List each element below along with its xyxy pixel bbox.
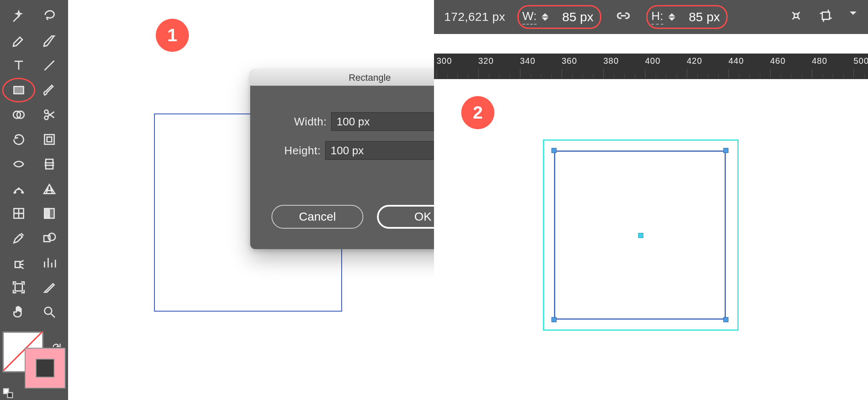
svg-rect-7 [46,159,53,169]
canvas-area-1[interactable]: 1 Rectangle Width: Height: [68,0,434,400]
ruler-label: 360 [562,56,577,66]
stroke-swatch[interactable] [25,348,66,389]
shape-builder-tool[interactable] [3,104,34,126]
h-label: H: [651,9,663,25]
tools-panel [0,0,68,400]
panel-step-1: 1 Rectangle Width: Height: [0,0,434,400]
link-wh-icon[interactable] [616,8,631,26]
crop-icon[interactable] [819,9,833,26]
hand-tool[interactable] [3,301,34,323]
width-label: Width: [280,115,331,128]
width-input[interactable] [331,112,445,131]
ruler-label: 500 [854,56,868,66]
svg-rect-6 [47,137,51,142]
column-graph-tool[interactable] [34,252,65,274]
svg-rect-21 [794,14,798,17]
ruler-label: 480 [812,56,827,66]
puppet-warp-tool[interactable] [3,178,34,200]
w-stepper[interactable] [542,10,552,24]
selection-center-icon [638,233,643,238]
ruler-label: 320 [478,56,494,66]
step-badge-1: 1 [156,19,189,52]
ruler-label: 460 [770,56,785,66]
handle-top-right[interactable] [723,148,728,153]
symbol-sprayer-tool[interactable] [3,252,34,274]
default-colors-icon[interactable] [3,388,14,400]
rectangle-tool[interactable] [3,79,34,101]
curvature-tool[interactable] [34,30,65,52]
paintbrush-tool[interactable] [34,79,65,101]
step-badge-2: 2 [461,96,494,129]
gradient-tool[interactable] [34,202,65,224]
w-label: W: [523,9,537,25]
h-value[interactable]: 85 px [684,10,720,24]
mesh-tool[interactable] [3,202,34,224]
svg-point-15 [48,233,55,241]
h-stepper[interactable] [668,10,679,24]
align-to-pixel-icon[interactable] [789,9,803,26]
handle-bottom-right[interactable] [723,317,728,322]
scissors-tool[interactable] [34,104,65,126]
ruler-label: 340 [520,56,535,66]
width-property: W: 85 px [520,8,599,26]
type-tool[interactable] [3,54,34,77]
svg-rect-20 [8,393,13,398]
svg-rect-17 [15,284,23,291]
options-dropdown-icon[interactable] [848,9,858,18]
cancel-button[interactable]: Cancel [271,205,363,229]
eyedropper-tool[interactable] [3,227,34,249]
rotate-tool[interactable] [3,128,34,150]
ruler-label: 440 [728,56,744,66]
height-label: Height: [274,144,325,157]
warp-tool[interactable] [34,153,65,175]
free-transform-tool[interactable] [34,128,65,150]
ruler-label: 380 [603,56,619,66]
svg-rect-0 [14,87,24,94]
pen-tool[interactable] [3,30,34,52]
height-property: H: 85 px [649,8,725,26]
width-tool[interactable] [3,153,34,175]
svg-rect-5 [45,135,54,145]
svg-rect-13 [45,209,49,218]
ruler-label: 400 [645,56,660,66]
handle-bottom-left[interactable] [551,317,557,322]
perspective-grid-tool[interactable] [34,178,65,200]
canvas-area-2[interactable]: 2 [434,79,868,400]
zoom-tool[interactable] [34,301,65,323]
w-value[interactable]: 85 px [557,10,593,24]
line-tool[interactable] [34,54,65,77]
artboard-tool[interactable] [3,276,34,298]
svg-point-10 [22,192,23,193]
ruler-label: 300 [437,56,452,66]
lasso-tool[interactable] [34,5,65,27]
svg-point-8 [14,192,16,193]
svg-rect-22 [822,12,830,19]
handle-top-left[interactable] [551,148,557,153]
x-value: 172,621 px [444,10,505,24]
slice-tool[interactable] [34,276,65,298]
svg-point-18 [45,307,52,315]
svg-point-9 [18,188,20,190]
svg-rect-16 [15,261,20,267]
blend-tool[interactable] [34,227,65,249]
ruler-label: 420 [687,56,702,66]
horizontal-ruler: 300320340360380400420440460480500 [434,54,868,79]
stroke-swatch-inner [36,359,54,377]
magic-wand-tool[interactable] [3,5,34,27]
height-input[interactable] [325,141,439,160]
swap-colors-icon[interactable] [50,340,62,354]
panel-step-2: 172,621 px W: 85 px H: 85 px [434,0,868,400]
properties-bar: 172,621 px W: 85 px H: 85 px [434,0,868,34]
